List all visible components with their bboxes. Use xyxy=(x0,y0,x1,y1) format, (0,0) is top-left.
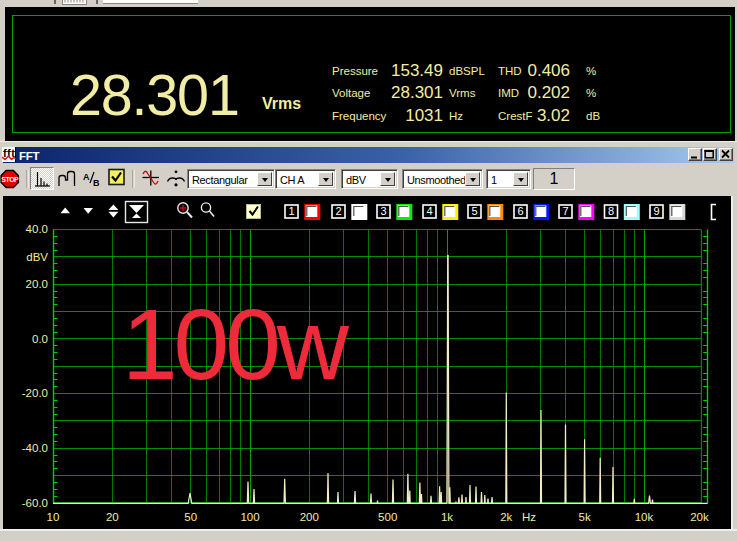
svg-text:40.0: 40.0 xyxy=(26,223,48,235)
svg-text:2k: 2k xyxy=(500,511,512,523)
svg-text:100: 100 xyxy=(240,511,259,523)
svg-text:10k: 10k xyxy=(635,511,654,523)
svg-text:500: 500 xyxy=(378,511,397,523)
svg-text:-60.0: -60.0 xyxy=(22,497,48,509)
svg-text:20k: 20k xyxy=(690,511,709,523)
svg-text:-40.0: -40.0 xyxy=(22,442,48,454)
svg-text:5k: 5k xyxy=(579,511,591,523)
svg-text:20: 20 xyxy=(106,511,119,523)
svg-text:1k: 1k xyxy=(441,511,453,523)
svg-text:200: 200 xyxy=(300,511,319,523)
svg-text:Hz: Hz xyxy=(522,511,536,523)
svg-text:3: 3 xyxy=(380,205,386,217)
svg-text:-20.0: -20.0 xyxy=(22,387,48,399)
svg-text:10: 10 xyxy=(47,511,60,523)
svg-text:8: 8 xyxy=(608,205,614,217)
svg-text:2: 2 xyxy=(335,205,341,217)
svg-text:7: 7 xyxy=(562,205,568,217)
svg-text:20.0: 20.0 xyxy=(26,278,48,290)
svg-text:4: 4 xyxy=(426,205,432,217)
svg-text:dBV: dBV xyxy=(26,251,48,263)
svg-text:9: 9 xyxy=(653,205,659,217)
svg-text:5: 5 xyxy=(471,205,477,217)
svg-text:0.0: 0.0 xyxy=(32,333,48,345)
svg-text:50: 50 xyxy=(184,511,197,523)
svg-text:6: 6 xyxy=(517,205,523,217)
svg-text:1: 1 xyxy=(288,205,294,217)
